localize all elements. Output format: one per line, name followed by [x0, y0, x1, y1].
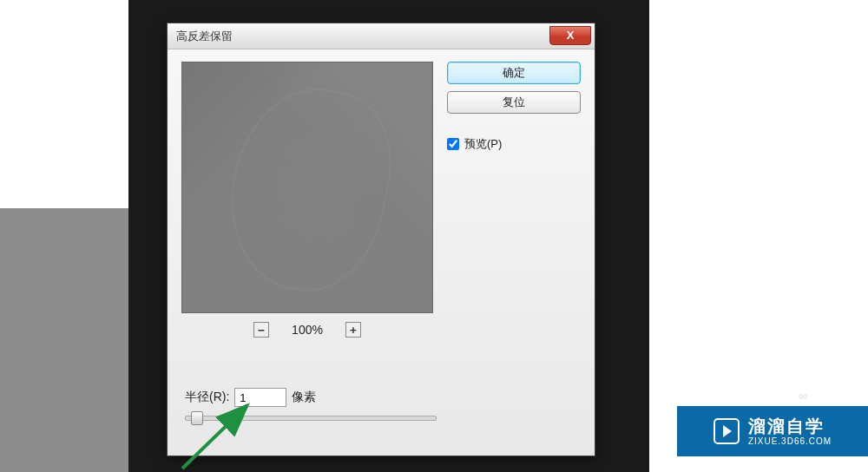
- reset-button[interactable]: 复位: [447, 91, 581, 114]
- radius-section: 半径(R): 像素: [185, 388, 577, 421]
- watermark-sub-label: ZIXUE.3D66.COM: [748, 436, 832, 447]
- preview-checkbox-row[interactable]: 预览(P): [447, 136, 581, 152]
- watermark-badge: 溜溜自学 ZIXUE.3D66.COM: [677, 406, 868, 456]
- ok-button[interactable]: 确定: [447, 62, 581, 84]
- zoom-level-label: 100%: [292, 323, 323, 337]
- radius-row: 半径(R): 像素: [185, 388, 577, 407]
- slider-thumb[interactable]: [191, 411, 203, 425]
- dialog-body: − 100% + 确定 复位 预览(P): [168, 49, 595, 350]
- preview-image[interactable]: [181, 62, 433, 313]
- plus-icon: +: [350, 324, 357, 337]
- high-pass-dialog: 高反差保留 X − 100% + 确定 复位 预览(P): [167, 23, 595, 456]
- play-icon: [713, 418, 740, 444]
- preview-checkbox[interactable]: [447, 138, 459, 150]
- preview-column: − 100% +: [181, 62, 433, 338]
- watermark-decoration-icon: ∞: [799, 389, 807, 403]
- close-icon: X: [567, 29, 575, 42]
- minus-icon: −: [258, 324, 265, 337]
- zoom-in-button[interactable]: +: [345, 322, 361, 338]
- watermark-main-label: 溜溜自学: [748, 416, 832, 436]
- action-column: 确定 复位 预览(P): [447, 62, 581, 338]
- radius-input[interactable]: [234, 388, 286, 407]
- radius-unit-label: 像素: [292, 390, 316, 405]
- preview-checkbox-label: 预览(P): [464, 136, 502, 152]
- titlebar: 高反差保留 X: [168, 23, 595, 49]
- dialog-title: 高反差保留: [176, 29, 233, 44]
- radius-slider[interactable]: [185, 416, 437, 421]
- zoom-out-button[interactable]: −: [253, 322, 269, 338]
- close-button[interactable]: X: [549, 26, 591, 45]
- zoom-controls: − 100% +: [181, 322, 433, 338]
- radius-label: 半径(R):: [185, 390, 229, 405]
- watermark-text: 溜溜自学 ZIXUE.3D66.COM: [748, 416, 832, 447]
